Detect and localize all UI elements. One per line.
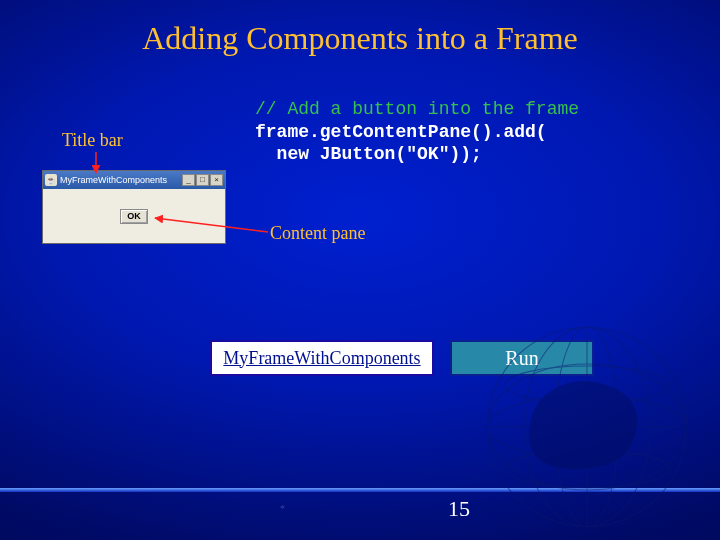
java-frame-content-pane: OK — [43, 189, 225, 243]
code-comment: // Add a button into the frame — [255, 99, 579, 119]
page-number: 15 — [448, 496, 470, 522]
annotation-content-pane: Content pane — [270, 223, 365, 244]
footer-mark: * — [280, 503, 285, 514]
minimize-icon: _ — [182, 174, 195, 186]
java-frame-title: MyFrameWithComponents — [60, 175, 179, 185]
java-icon: ☕ — [45, 174, 57, 186]
code-block: // Add a button into the frame frame.get… — [255, 98, 695, 166]
java-frame-titlebar: ☕ MyFrameWithComponents _ □ × — [43, 171, 225, 189]
code-line-1: frame.getContentPane().add( — [255, 122, 547, 142]
window-controls: _ □ × — [182, 174, 223, 186]
ok-button: OK — [120, 209, 148, 224]
java-frame: ☕ MyFrameWithComponents _ □ × OK — [42, 170, 226, 244]
slide-title: Adding Components into a Frame — [0, 20, 720, 57]
code-line-2: new JButton("OK")); — [255, 144, 482, 164]
close-icon: × — [210, 174, 223, 186]
maximize-icon: □ — [196, 174, 209, 186]
slide: Adding Components into a Frame // Add a … — [0, 0, 720, 540]
globe-icon — [482, 322, 692, 532]
annotation-title-bar: Title bar — [62, 130, 123, 151]
class-link[interactable]: MyFrameWithComponents — [210, 340, 434, 376]
